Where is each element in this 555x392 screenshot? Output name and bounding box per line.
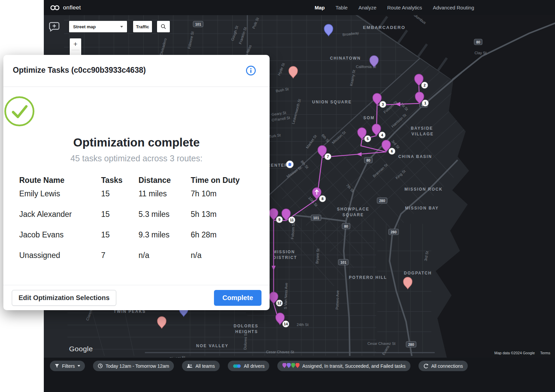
date-range-button[interactable]: Today 12am - Tomorrow 12am	[93, 361, 174, 371]
info-icon[interactable]	[246, 65, 256, 76]
brand-name: onfleet	[63, 4, 81, 11]
route-name-cell: Jack Alexander	[19, 210, 101, 230]
drivers-label: All drivers	[244, 363, 265, 369]
route-name-cell: Emily Lewis	[19, 189, 101, 210]
svg-text:7: 7	[327, 155, 329, 159]
top-bar: onfleet Map Table Analyze Route Analytic…	[44, 0, 555, 15]
modal-title: Optimize Tasks (c0cc90b3933c4638)	[13, 66, 146, 75]
map-area-label: CENTER	[267, 163, 288, 168]
map-data-credit: Map data ©2024 Google	[492, 350, 537, 356]
home-marker[interactable]	[286, 161, 294, 168]
table-row: Jacob Evans 15 9.3 miles 6h 28m	[19, 230, 255, 251]
tasks-cell: 15	[101, 189, 138, 210]
distance-cell: 9.3 miles	[138, 230, 191, 251]
modal-body: Optimization complete 45 tasks optimized…	[3, 87, 270, 271]
page: onfleet Map Table Analyze Route Analytic…	[0, 0, 555, 392]
map-area-label: SQUARE	[342, 213, 364, 217]
duty-cell: 6h 28m	[191, 230, 255, 251]
svg-text:80: 80	[366, 158, 370, 162]
map-area-label: DOGPATCH	[404, 271, 432, 275]
distance-cell: n/a	[138, 251, 191, 271]
map-area-label: POTRERO HILL	[349, 275, 387, 280]
highway-shield: 80	[364, 157, 372, 163]
traffic-toggle-button[interactable]: Traffic	[133, 21, 152, 32]
map-area-label: CHINATOWN	[330, 56, 361, 61]
chevron-down-icon	[78, 365, 80, 367]
zoom-in-button[interactable]: +	[70, 38, 81, 50]
map-street-label: Dolores St	[243, 332, 248, 350]
optimize-tasks-modal: Optimize Tasks (c0cc90b3933c4638) Optimi…	[3, 55, 270, 310]
svg-text:101: 101	[195, 22, 201, 26]
filters-button[interactable]: Filters	[50, 361, 85, 371]
zoom-divider	[71, 50, 80, 50]
edit-optimization-button[interactable]: Edit Optimization Selections	[12, 290, 116, 306]
nav-table[interactable]: Table	[336, 5, 348, 10]
teams-filter-button[interactable]: All teams	[182, 361, 220, 371]
svg-text:6: 6	[391, 149, 393, 153]
map-area-label: MISSION	[273, 250, 295, 254]
svg-text:12: 12	[277, 301, 281, 305]
highway-shield: 280	[377, 198, 387, 203]
map-area-label: DOLORES	[234, 324, 258, 328]
task-status-pins-icon	[282, 363, 300, 369]
onfleet-logo[interactable]: onfleet	[50, 4, 81, 11]
map-area-label: SOM	[363, 116, 374, 120]
duty-cell: 5h 13m	[191, 210, 255, 230]
map-area-label: EMBARCADERO	[363, 25, 405, 30]
top-nav: Map Table Analyze Route Analytics Advanc…	[315, 5, 474, 10]
connections-label: All connections	[431, 363, 463, 369]
driver-dots-icon	[233, 364, 241, 368]
success-check-icon	[3, 95, 35, 127]
modal-footer: Edit Optimization Selections Complete	[3, 285, 270, 310]
optimization-status-heading: Optimization complete	[3, 136, 270, 149]
tasks-cell: 15	[101, 230, 138, 251]
distance-cell: 5.3 miles	[138, 210, 191, 230]
create-task-chat-button[interactable]	[49, 21, 60, 33]
svg-text:280: 280	[408, 342, 414, 347]
map-area-label: NOE VALLEY	[196, 344, 228, 348]
svg-text:80: 80	[344, 224, 348, 228]
distance-cell: 11 miles	[138, 189, 191, 210]
highway-shield: 101	[193, 21, 203, 27]
svg-text:8: 8	[321, 197, 323, 201]
google-logo[interactable]: Google	[69, 345, 93, 353]
highway-shield: 80	[474, 39, 482, 45]
map-type-select[interactable]: Street map	[69, 21, 127, 32]
traffic-label: Traffic	[136, 24, 149, 29]
map-street-label: Cesar Chavez St	[367, 341, 395, 346]
chevron-down-icon	[120, 26, 123, 28]
optimization-status-subheading: 45 tasks optimized across 3 routes:	[3, 154, 270, 163]
svg-text:1: 1	[424, 101, 426, 105]
highway-shield: 101	[311, 215, 321, 221]
map-area-label: MISSION BAY	[405, 206, 439, 210]
table-row: Unassigned 7 n/a n/a	[19, 251, 255, 271]
svg-text:101: 101	[340, 260, 346, 264]
map-area-label: UNION SQUARE	[312, 100, 351, 104]
svg-text:3: 3	[382, 102, 384, 106]
svg-text:9: 9	[278, 218, 280, 222]
bottom-filter-bar: Filters Today 12am - Tomorrow 12am	[44, 358, 555, 392]
route-name-cell: Jacob Evans	[19, 230, 101, 251]
terms-link[interactable]: Terms	[538, 350, 552, 356]
map-street-label: Clay St	[474, 51, 486, 55]
connections-filter-button[interactable]: All connections	[419, 361, 468, 371]
svg-text:280: 280	[391, 230, 397, 234]
svg-text:2: 2	[424, 83, 426, 87]
table-row: Jack Alexander 15 5.3 miles 5h 13m	[19, 210, 255, 230]
complete-button[interactable]: Complete	[214, 290, 261, 306]
funnel-icon	[55, 364, 59, 368]
nav-route-analytics[interactable]: Route Analytics	[387, 5, 422, 10]
nav-map[interactable]: Map	[315, 5, 325, 10]
duty-cell: 7h 10m	[191, 189, 255, 210]
svg-text:14: 14	[284, 322, 288, 326]
nav-analyze[interactable]: Analyze	[359, 5, 376, 10]
drivers-filter-button[interactable]: All drivers	[228, 361, 269, 371]
map-search-button[interactable]	[157, 21, 170, 32]
svg-text:5: 5	[367, 137, 369, 141]
map-area-label: CHINA BASIN	[398, 154, 432, 159]
task-status-filter-button[interactable]: Assigned, In transit, Succeeded, and Fai…	[277, 361, 410, 371]
highway-shield: 280	[389, 229, 399, 235]
map-area-label: DISTRICT	[273, 255, 297, 260]
connections-icon	[423, 363, 429, 369]
nav-advanced-routing[interactable]: Advanced Routing	[433, 5, 474, 10]
